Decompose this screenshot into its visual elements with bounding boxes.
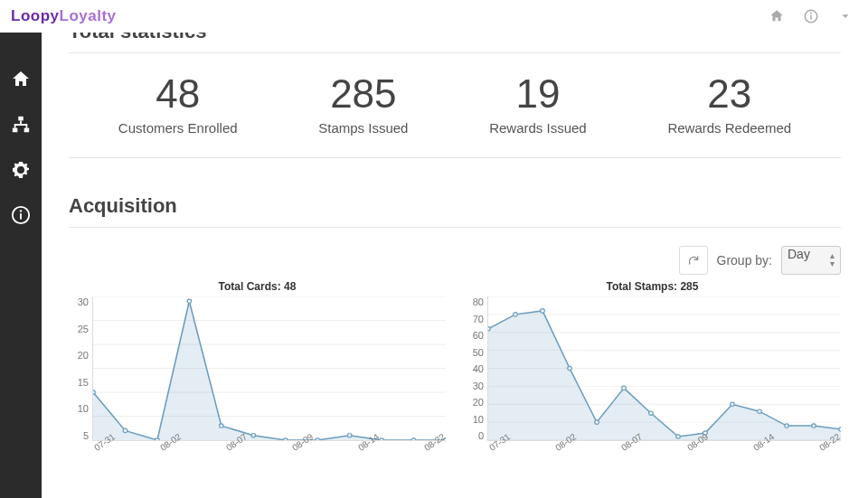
svg-point-38: [541, 309, 545, 313]
svg-point-16: [123, 428, 127, 432]
acquisition-controls: Group by: Day ▴▾: [69, 246, 841, 275]
svg-rect-4: [13, 128, 18, 133]
svg-point-48: [812, 424, 816, 428]
brand-part2: Loyalty: [60, 7, 117, 25]
svg-point-25: [411, 438, 416, 440]
stat-value: 23: [667, 71, 791, 117]
stat-rewards-redeemed: 23Rewards Redeemed: [667, 71, 791, 136]
groupby-label: Group by:: [717, 253, 772, 268]
chart-cards: Total Cards: 48 30252015105 07-3108-0208…: [69, 280, 446, 455]
info-icon[interactable]: [10, 204, 32, 226]
svg-point-2: [810, 12, 812, 14]
chart-title: Total Stamps: 285: [464, 280, 841, 293]
svg-point-47: [785, 424, 789, 428]
main-content: Total statistics 48Customers Enrolled 28…: [42, 0, 868, 455]
stats-row: 48Customers Enrolled 285Stamps Issued 19…: [69, 71, 841, 136]
stat-label: Customers Enrolled: [118, 120, 238, 136]
svg-rect-5: [24, 128, 29, 133]
home-icon[interactable]: [10, 69, 32, 90]
stat-value: 285: [318, 71, 408, 117]
svg-point-49: [839, 428, 841, 431]
divider: [69, 227, 841, 228]
stat-label: Rewards Issued: [489, 120, 587, 136]
topbar: LoopyLoyalty: [0, 0, 868, 33]
svg-rect-3: [18, 117, 24, 121]
stat-rewards-issued: 19Rewards Issued: [489, 71, 587, 136]
svg-point-37: [514, 313, 518, 316]
sitemap-icon[interactable]: [10, 114, 32, 136]
y-axis: 80706050403020100: [464, 296, 487, 441]
chart-stamps: Total Stamps: 285 80706050403020100 07-3…: [464, 280, 841, 455]
stat-label: Stamps Issued: [318, 120, 408, 136]
x-axis: 07-3108-0208-0708-0908-1408-22: [92, 445, 446, 455]
stat-customers: 48Customers Enrolled: [118, 71, 238, 136]
svg-point-15: [93, 390, 95, 394]
caret-down-icon[interactable]: [837, 8, 854, 24]
svg-point-43: [676, 435, 681, 438]
stat-value: 48: [118, 71, 238, 117]
svg-point-46: [758, 409, 762, 413]
svg-point-8: [20, 210, 22, 211]
chart-title: Total Cards: 48: [69, 280, 446, 293]
svg-point-17: [156, 438, 160, 440]
svg-point-41: [622, 386, 627, 390]
divider: [69, 157, 841, 158]
chart-plot: [92, 296, 446, 441]
stat-value: 19: [489, 71, 587, 117]
svg-rect-1: [810, 15, 812, 20]
svg-point-22: [316, 438, 320, 440]
svg-rect-7: [20, 213, 22, 219]
stat-stamps: 285Stamps Issued: [318, 71, 408, 136]
groupby-value: Day: [788, 247, 810, 261]
stat-label: Rewards Redeemed: [667, 120, 791, 136]
svg-point-36: [488, 327, 490, 331]
select-arrows-icon: ▴▾: [830, 251, 835, 268]
svg-point-45: [731, 402, 735, 406]
gear-icon[interactable]: [10, 159, 32, 181]
groupby-select[interactable]: Day ▴▾: [781, 246, 841, 275]
svg-point-21: [283, 438, 288, 440]
info-icon[interactable]: [803, 8, 819, 24]
brand-logo: LoopyLoyalty: [11, 0, 117, 33]
charts-row: Total Cards: 48 30252015105 07-3108-0208…: [69, 280, 841, 455]
svg-point-23: [347, 434, 352, 437]
x-axis: 07-3108-0208-0708-0908-1408-22: [487, 445, 841, 455]
divider: [69, 52, 841, 53]
svg-point-20: [251, 434, 256, 437]
svg-point-39: [568, 366, 572, 370]
svg-point-19: [220, 424, 224, 428]
refresh-button[interactable]: [679, 246, 708, 275]
y-axis: 30252015105: [69, 296, 92, 441]
sidebar: [0, 33, 42, 455]
acquisition-heading: Acquisition: [69, 194, 841, 218]
svg-point-40: [595, 420, 599, 424]
brand-part1: Loopy: [11, 7, 60, 25]
home-icon[interactable]: [769, 8, 785, 24]
svg-point-42: [649, 411, 654, 415]
chart-plot: [487, 296, 841, 441]
svg-point-18: [187, 299, 192, 303]
